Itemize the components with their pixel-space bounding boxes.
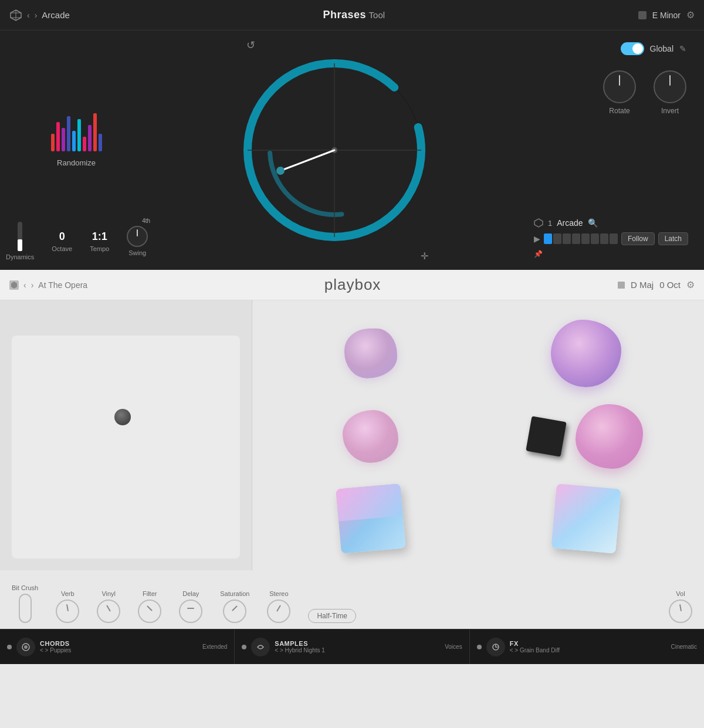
samples-sub: < > Hybrid Nights 1 [275, 647, 440, 653]
object-black-cube[interactable] [526, 417, 567, 458]
global-label: Global [650, 44, 673, 53]
half-time-button[interactable]: Half-Time [308, 609, 356, 623]
left-play-card [12, 336, 240, 558]
breadcrumb: Arcade [42, 10, 70, 20]
bottom-section: ‹ › At The Opera playbox D Maj 0 Oct ⚙ [0, 270, 704, 728]
top-section: ‹ › Arcade Phrases Tool E Minor ⚙ [0, 0, 704, 270]
seq-step-1[interactable] [544, 233, 552, 244]
saturation-control: Saturation [220, 590, 249, 623]
bottom-controls: Dynamics 0 Octave 1:1 Tempo 4th Swing [6, 222, 148, 260]
search-icon[interactable]: 🔍 [588, 218, 598, 228]
swing-knob[interactable] [127, 226, 148, 247]
chords-dot [7, 645, 12, 649]
dynamics-slider[interactable] [18, 222, 22, 251]
vinyl-knob[interactable] [97, 600, 120, 623]
invert-item: Invert [654, 70, 686, 115]
fx-controls: Bit Crush Verb Vinyl Filter Delay Satura… [0, 570, 704, 629]
global-toggle-switch[interactable] [621, 42, 644, 55]
stereo-knob[interactable] [267, 600, 290, 623]
filter-knob[interactable] [138, 600, 161, 623]
follow-button[interactable]: Follow [621, 232, 655, 245]
bottom-nav: CHORDS < > Puppies Extended SAMPLES < > … [0, 629, 704, 664]
object-blob-1[interactable] [344, 329, 397, 378]
delay-knob[interactable] [179, 600, 202, 623]
nav-item-chords[interactable]: CHORDS < > Puppies Extended [0, 629, 235, 664]
pb-breadcrumb: At The Opera [38, 280, 87, 290]
top-header-right: E Minor ⚙ [638, 9, 695, 21]
dynamics-control: Dynamics [6, 222, 34, 260]
nav-back[interactable]: ‹ [27, 11, 30, 20]
halftime-control: Half-Time [308, 609, 356, 623]
svg-line-7 [280, 150, 334, 171]
rotate-knob[interactable] [603, 70, 636, 103]
object-row-2 [529, 404, 643, 469]
seq-step-8[interactable] [610, 233, 618, 244]
nav-item-fx[interactable]: FX < > Grain Band Diff Cinematic [470, 629, 704, 664]
bitcrush-slider[interactable] [19, 594, 32, 623]
top-header-center: Phrases Tool [70, 9, 638, 21]
octave-label: Octave [52, 245, 72, 252]
global-toggle: Global ✎ [534, 42, 686, 55]
latch-button[interactable]: Latch [658, 232, 688, 245]
key-info: D Maj [631, 280, 654, 290]
seq-step-4[interactable] [572, 233, 580, 244]
object-cube-2[interactable] [551, 484, 621, 554]
swing-label: Swing [128, 249, 146, 256]
verb-knob[interactable] [56, 600, 79, 623]
settings-icon[interactable]: ⚙ [686, 9, 695, 21]
seq-step-6[interactable] [591, 233, 599, 244]
vol-knob[interactable] [669, 600, 692, 623]
swing-4th: 4th [142, 218, 150, 224]
randomize-widget[interactable]: Randomize [51, 110, 102, 167]
bottom-header-center: playbox [87, 276, 618, 294]
bottom-header-right: D Maj 0 Oct ⚙ [618, 279, 695, 290]
verb-label: Verb [61, 590, 75, 597]
pb-nav-forward[interactable]: › [31, 280, 34, 290]
object-blob-4[interactable] [576, 404, 643, 469]
octave-control: 0 Octave [52, 231, 72, 252]
object-blob-3[interactable] [343, 410, 398, 463]
chords-icon-wrap [16, 638, 35, 656]
filter-label: Filter [143, 590, 157, 597]
chords-tag: Extended [202, 644, 227, 650]
delay-control: Delay [179, 590, 202, 623]
pb-nav-back[interactable]: ‹ [23, 280, 26, 290]
edit-icon[interactable]: ✎ [679, 44, 686, 53]
nav-item-samples[interactable]: SAMPLES < > Hybrid Nights 1 Voices [235, 629, 469, 664]
reset-button[interactable]: ↺ [246, 39, 255, 52]
object-blob-2[interactable] [551, 320, 621, 387]
fx-tag: Cinematic [671, 644, 697, 650]
invert-knob[interactable] [654, 70, 686, 103]
bitcrush-label: Bit Crush [12, 584, 38, 591]
object-cube-1[interactable] [336, 484, 405, 554]
bars-visual [51, 110, 102, 151]
seq-step-7[interactable] [600, 233, 608, 244]
svg-point-15 [477, 645, 482, 649]
tempo-control: 1:1 Tempo [90, 231, 109, 252]
nav-forward[interactable]: › [35, 11, 38, 20]
playbox-main [0, 300, 704, 570]
samples-tag: Voices [445, 644, 462, 650]
seq-step-3[interactable] [563, 233, 571, 244]
svg-point-11 [7, 645, 12, 649]
playbox-settings-icon[interactable]: ⚙ [686, 279, 695, 290]
chords-sub: < > Puppies [40, 647, 198, 653]
arcade-name: Arcade [557, 218, 583, 228]
crosshair-button[interactable]: ✛ [421, 250, 428, 262]
svg-rect-10 [618, 282, 625, 289]
play-button[interactable]: ▶ [534, 234, 540, 243]
filter-control: Filter [138, 590, 161, 623]
fx-content: FX < > Grain Band Diff [510, 640, 666, 653]
swing-control: 4th Swing [127, 226, 148, 256]
seq-step-5[interactable] [581, 233, 590, 244]
octave-value: 0 [59, 231, 65, 243]
vol-control: Vol [669, 590, 692, 623]
dial-container[interactable]: ↺ ✛ [241, 56, 428, 244]
oct-info: 0 Oct [659, 280, 681, 290]
saturation-knob[interactable] [223, 600, 246, 623]
left-play-area[interactable] [0, 300, 252, 570]
seq-step-2[interactable] [553, 233, 561, 244]
samples-dot [242, 645, 246, 649]
saturation-label: Saturation [220, 590, 249, 597]
bottom-header: ‹ › At The Opera playbox D Maj 0 Oct ⚙ [0, 270, 704, 300]
